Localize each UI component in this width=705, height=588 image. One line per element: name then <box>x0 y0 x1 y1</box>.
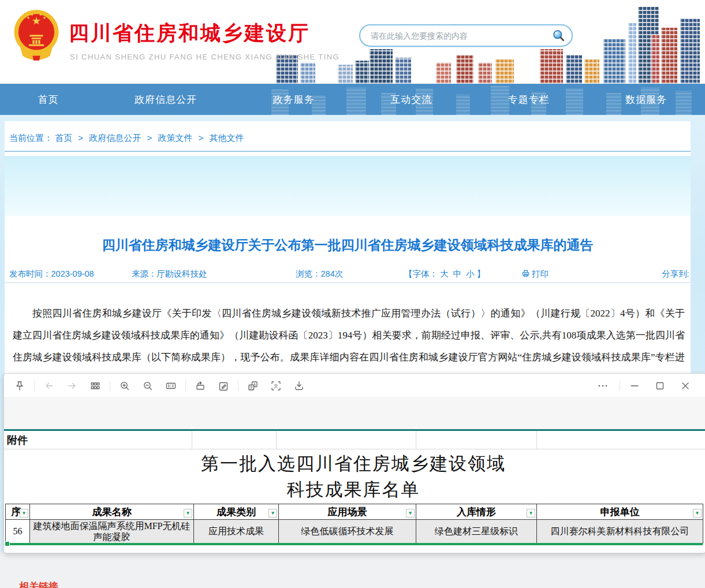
article-pub-time: 发布时间：2023-09-08 <box>9 269 94 280</box>
breadcrumb-gov-info[interactable]: 政府信息公开 <box>89 133 141 143</box>
breadcrumb: 当前位置： 首页 > 政府信息公开 > 政策文件 > 其他文件 <box>9 133 244 144</box>
pin-icon[interactable] <box>10 377 29 395</box>
filter-icon[interactable]: ▾ <box>268 509 277 518</box>
svg-text:文: 文 <box>249 385 253 389</box>
filter-icon[interactable]: ▾ <box>20 509 28 518</box>
thumbnails-icon[interactable] <box>85 377 105 395</box>
document-meta-box <box>5 156 691 216</box>
toolbar-divider <box>34 381 35 391</box>
minimize-icon[interactable] <box>625 377 644 395</box>
actual-size-icon[interactable] <box>161 377 181 395</box>
font-size-large-button[interactable]: 大 <box>440 269 449 278</box>
filter-icon[interactable]: ▾ <box>693 509 702 518</box>
font-size-control: 【字体：大中小】 <box>404 269 485 280</box>
cell-applicant[interactable]: 四川赛尔科美新材料科技有限公司 <box>537 520 703 544</box>
column-header-name[interactable]: 成果名称▾ <box>30 504 194 520</box>
printer-icon <box>521 269 530 278</box>
page: 四川省住房和城乡建设厅 SI CHUAN SHENG ZHU FANG HE C… <box>0 0 705 588</box>
toolbar-divider <box>238 381 238 391</box>
attachment-row: 附件 <box>4 431 705 449</box>
cell-name[interactable]: 建筑楼地面保温隔声系统用MFP无机硅声能凝胶 <box>30 520 194 544</box>
filter-icon[interactable]: ▾ <box>184 509 192 518</box>
edit-icon[interactable] <box>214 377 233 395</box>
article-meta-divider <box>5 282 691 283</box>
results-table: 序·▾ 成果名称▾ 成果类别▾ 应用场景▾ 入库情形▾ 申报单位▾ 56 建筑楼… <box>5 504 703 544</box>
column-header-applicant[interactable]: 申报单位▾ <box>537 504 703 520</box>
nav-item-special-topics[interactable]: 专题专栏 <box>508 93 550 106</box>
search-box[interactable] <box>359 24 573 47</box>
more-icon[interactable] <box>593 377 613 395</box>
zoom-out-icon[interactable] <box>138 377 158 395</box>
translate-icon[interactable]: A文 <box>243 377 263 395</box>
filter-icon[interactable]: ▾ <box>406 509 415 518</box>
breadcrumb-separator: > <box>147 133 152 143</box>
download-icon[interactable] <box>289 377 309 395</box>
column-header-seq[interactable]: 序·▾ <box>6 504 30 520</box>
article-title: 四川省住房和城乡建设厅关于公布第一批四川省住房城乡建设领域科技成果库的通告 <box>5 236 691 254</box>
sheet-title-line2: 科技成果库名单 <box>4 478 703 502</box>
back-icon[interactable] <box>39 377 59 395</box>
nav-item-home[interactable]: 首页 <box>38 93 59 106</box>
forward-icon[interactable] <box>62 377 82 395</box>
window-controls <box>593 377 705 395</box>
site-header: 四川省住房和城乡建设厅 SI CHUAN SHENG ZHU FANG HE C… <box>0 0 705 84</box>
breadcrumb-divider <box>5 151 691 152</box>
print-button[interactable]: 打印 <box>521 269 549 280</box>
article-views: 浏览：284次 <box>296 269 343 280</box>
nav-item-interaction[interactable]: 互动交流 <box>390 93 432 106</box>
main-nav: 首页 政府信息公开 政务服务 互动交流 专题专栏 数据服务 <box>0 84 705 115</box>
footer-band <box>0 552 705 588</box>
svg-text:文: 文 <box>274 384 278 389</box>
breadcrumb-home[interactable]: 首页 <box>55 133 72 143</box>
breadcrumb-policy-docs[interactable]: 政策文件 <box>158 133 192 143</box>
selection-border <box>5 543 703 545</box>
share-button[interactable]: 分享到: <box>662 269 689 280</box>
search-button[interactable] <box>550 29 572 43</box>
cell-scenario[interactable]: 绿色低碳循环技术发展 <box>279 520 416 544</box>
cell-situation[interactable]: 绿色建材三星级标识 <box>416 520 537 544</box>
breadcrumb-separator: > <box>199 133 204 143</box>
rotate-icon[interactable] <box>191 377 210 395</box>
breadcrumb-label: 当前位置： <box>9 133 53 143</box>
nav-item-gov-info[interactable]: 政府信息公开 <box>135 93 197 106</box>
maximize-icon[interactable] <box>650 377 670 395</box>
document-viewer-window: A文 文 附件 第一批入选四川省住房城乡建设领域 科技成果库名单 <box>3 373 705 553</box>
article-source: 来源：厅勘设科技处 <box>132 269 207 280</box>
search-icon <box>552 29 566 43</box>
site-title: 四川省住房和城乡建设厅 <box>69 20 310 47</box>
viewer-margin-area <box>4 399 705 429</box>
related-links-heading: 相关链接 <box>19 580 58 588</box>
search-input[interactable] <box>370 31 550 41</box>
nav-item-data-services[interactable]: 数据服务 <box>625 93 667 106</box>
viewer-toolbar: A文 文 <box>4 374 705 398</box>
zoom-in-icon[interactable] <box>115 377 135 395</box>
table-header-row: 序·▾ 成果名称▾ 成果类别▾ 应用场景▾ 入库情形▾ 申报单位▾ <box>6 504 703 520</box>
breadcrumb-separator: > <box>78 133 83 143</box>
cell-seq[interactable]: 56 <box>6 520 30 544</box>
filter-icon[interactable]: ▾ <box>527 509 535 518</box>
national-emblem-logo[interactable] <box>13 8 60 64</box>
column-header-scenario[interactable]: 应用场景▾ <box>279 504 416 520</box>
toolbar-divider <box>110 381 110 391</box>
extract-text-icon[interactable]: 文 <box>266 377 286 395</box>
cell-category[interactable]: 应用技术成果 <box>194 520 279 544</box>
toolbar-divider <box>185 381 186 391</box>
site-subtitle-pinyin: SI CHUAN SHENG ZHU FANG HE CHENG XIANG J… <box>70 53 340 61</box>
nav-item-services[interactable]: 政务服务 <box>273 93 315 106</box>
column-header-category[interactable]: 成果类别▾ <box>194 504 279 520</box>
attachment-label: 附件 <box>7 433 28 447</box>
spreadsheet-area: 附件 第一批入选四川省住房城乡建设领域 科技成果库名单 序·▾ 成果名称▾ 成果… <box>4 431 705 552</box>
column-header-situation[interactable]: 入库情形▾ <box>416 504 537 520</box>
sheet-title-line1: 第一批入选四川省住房城乡建设领域 <box>4 452 703 476</box>
toolbar-divider <box>620 381 620 391</box>
breadcrumb-other-docs[interactable]: 其他文件 <box>210 133 244 143</box>
table-row: 56 建筑楼地面保温隔声系统用MFP无机硅声能凝胶 应用技术成果 绿色低碳循环技… <box>6 520 703 544</box>
selection-handle[interactable] <box>5 541 10 546</box>
close-icon[interactable] <box>676 377 695 395</box>
font-size-medium-button[interactable]: 中 <box>453 269 462 278</box>
font-size-small-button[interactable]: 小 <box>466 269 475 278</box>
